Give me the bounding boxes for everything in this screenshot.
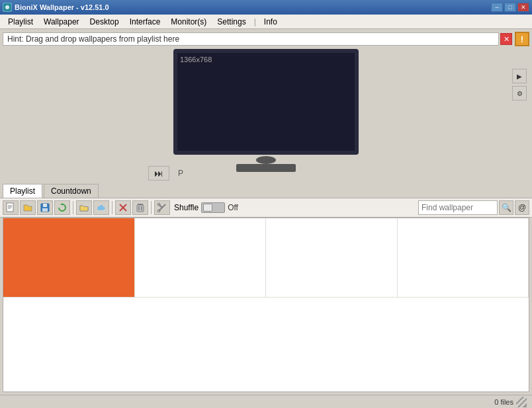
right-settings-button[interactable]: ⚙: [512, 86, 527, 101]
open-button[interactable]: [20, 200, 36, 215]
menu-monitors[interactable]: Monitor(s): [165, 16, 212, 28]
menu-playlist[interactable]: Playlist: [3, 16, 38, 28]
svg-point-13: [99, 205, 103, 209]
minimize-button[interactable]: –: [491, 3, 503, 12]
folder-open-button[interactable]: [76, 200, 92, 215]
menu-settings[interactable]: Settings: [212, 16, 251, 28]
preview-area: Hint: Drag and drop wallpapers from play…: [0, 29, 532, 181]
search-button[interactable]: 🔍: [499, 200, 513, 215]
new-button[interactable]: [3, 200, 19, 215]
right-side-buttons: ▶ ⚙: [512, 69, 527, 101]
menu-info[interactable]: Info: [259, 16, 283, 28]
svg-rect-7: [43, 204, 47, 207]
menu-bar: Playlist Wallpaper Desktop Interface Mon…: [0, 15, 532, 29]
resolution-text: 1366x768: [180, 56, 212, 63]
shuffle-area: Shuffle Off: [174, 202, 238, 213]
p-label: P: [178, 169, 183, 178]
search-input[interactable]: [418, 200, 498, 215]
status-text: 0 files: [494, 398, 513, 406]
alert-button[interactable]: !: [515, 32, 529, 46]
toolbar-sep-2: [112, 201, 112, 214]
refresh-button[interactable]: [54, 200, 70, 215]
hint-text-container: Hint: Drag and drop wallpapers from play…: [3, 32, 499, 46]
shuffle-off-label: Off: [228, 203, 238, 212]
menu-separator: |: [251, 17, 259, 26]
app-icon: [3, 3, 12, 12]
shuffle-label: Shuffle: [174, 203, 199, 212]
monitor-stand-base: [236, 164, 296, 172]
save-button[interactable]: [37, 200, 53, 215]
list-item: [135, 218, 267, 298]
close-button[interactable]: ✕: [517, 3, 529, 12]
remove2-button[interactable]: [132, 200, 148, 215]
toolbar: Shuffle Off 🔍 @: [0, 198, 532, 218]
monitor-container: 1366x768: [160, 49, 372, 172]
title-bar: BioniX Wallpaper - v12.51.0 – □ ✕: [0, 0, 532, 15]
tab-countdown[interactable]: Countdown: [44, 184, 99, 198]
tools-button[interactable]: [154, 200, 170, 215]
status-bar: 0 files: [0, 395, 532, 408]
playlist-area: [3, 218, 529, 392]
at-button[interactable]: @: [515, 200, 529, 215]
list-item: [398, 218, 529, 298]
tab-playlist[interactable]: Playlist: [3, 184, 42, 198]
menu-desktop[interactable]: Desktop: [85, 16, 124, 28]
resize-handle[interactable]: [516, 397, 527, 407]
toolbar-sep-1: [73, 201, 73, 214]
shuffle-toggle[interactable]: [201, 202, 225, 213]
preview-bottom: ⏭ P: [3, 172, 529, 175]
monitor-stand-top: [256, 156, 276, 164]
toolbar-sep-3: [151, 201, 152, 214]
menu-interface[interactable]: Interface: [124, 16, 166, 28]
list-item[interactable]: [3, 218, 135, 298]
svg-line-21: [159, 204, 162, 208]
cloud-button[interactable]: [93, 200, 109, 215]
search-area: 🔍 @: [418, 200, 529, 215]
play-skip-button[interactable]: ⏭: [148, 166, 169, 181]
hint-close-button[interactable]: ✕: [500, 33, 512, 45]
title-bar-controls: – □ ✕: [491, 3, 529, 12]
shuffle-knob: [203, 204, 212, 212]
svg-rect-8: [42, 208, 48, 212]
monitor-screen: 1366x768: [173, 49, 359, 155]
main-content: Hint: Drag and drop wallpapers from play…: [0, 29, 532, 408]
maximize-button[interactable]: □: [504, 3, 516, 12]
right-play-button[interactable]: ▶: [512, 69, 527, 83]
hint-bar: Hint: Drag and drop wallpapers from play…: [3, 32, 529, 46]
tabs-area: Playlist Countdown: [0, 181, 532, 198]
remove-button[interactable]: [115, 200, 131, 215]
hint-text: Hint: Drag and drop wallpapers from play…: [7, 34, 179, 44]
title-text: BioniX Wallpaper - v12.51.0: [15, 3, 109, 11]
svg-point-1: [5, 5, 9, 9]
title-bar-left: BioniX Wallpaper - v12.51.0: [3, 3, 109, 12]
svg-rect-17: [137, 205, 144, 212]
list-item: [266, 218, 398, 298]
menu-wallpaper[interactable]: Wallpaper: [38, 16, 85, 28]
